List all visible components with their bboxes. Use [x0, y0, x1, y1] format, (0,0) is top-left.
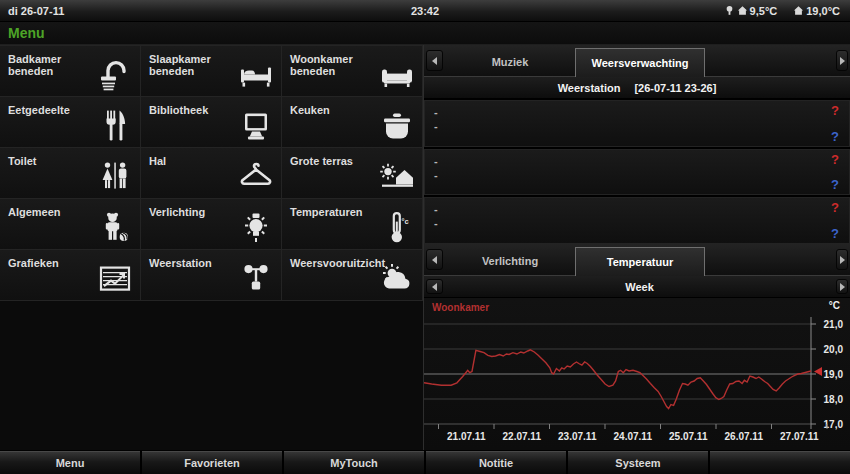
missing-data-mark: ?	[831, 152, 839, 167]
menu-item-verlichting[interactable]: Verlichting	[141, 199, 282, 250]
menu-pane: Badkamer benedenSlaapkamer benedenWoonka…	[0, 45, 424, 450]
forecast-value: -	[434, 169, 438, 181]
svg-text:25.07.11: 25.07.11	[669, 431, 708, 442]
svg-text:22.07.11: 22.07.11	[503, 431, 542, 442]
menu-item-keuken[interactable]: Keuken	[282, 97, 423, 148]
svg-text:20,0: 20,0	[824, 344, 844, 355]
touch-panel-screen: di 26-07-11 23:42 9,5°C19,0°C Menu Badka…	[0, 0, 850, 474]
menu-item-badkamer-beneden[interactable]: Badkamer beneden	[0, 46, 141, 97]
menu-item-slaapkamer-beneden[interactable]: Slaapkamer beneden	[141, 46, 282, 97]
menu-item-grote-terras[interactable]: Grote terras	[282, 148, 423, 199]
tab-weersverwachting[interactable]: Weersverwachting	[575, 48, 705, 77]
nav-systeem-button[interactable]: Systeem	[568, 451, 708, 474]
sofa-icon	[379, 57, 415, 93]
main-area: Badkamer benedenSlaapkamer benedenWoonka…	[0, 45, 850, 450]
menu-item-algemeen[interactable]: Algemeen	[0, 199, 141, 250]
svg-text:26.07.11: 26.07.11	[725, 431, 764, 442]
chevron-left-icon	[432, 256, 437, 264]
current-value-marker-icon	[814, 367, 822, 376]
menu-item-eetgedeelte[interactable]: Eetgedeelte	[0, 97, 141, 148]
widget-pane: MuziekWeersverwachting Weerstation [26-0…	[424, 45, 850, 450]
nav-menu-button[interactable]: Menu	[0, 451, 140, 474]
weather-forecast-rows: --??--??--??	[424, 99, 850, 244]
status-bar: di 26-07-11 23:42 9,5°C19,0°C	[0, 0, 850, 22]
tab-spacer	[705, 244, 834, 275]
svg-text:24.07.11: 24.07.11	[614, 431, 653, 442]
hanger-icon	[238, 159, 274, 195]
bed-icon	[238, 57, 274, 93]
forecast-value: -	[434, 106, 438, 118]
svg-text:°c: °c	[402, 217, 409, 226]
menu-item-label: Weersvooruitzicht	[290, 257, 376, 269]
menu-item-weerstation[interactable]: Weerstation	[141, 250, 282, 301]
menu-item-label: Slaapkamer beneden	[149, 53, 235, 77]
menu-item-woonkamer-beneden[interactable]: Woonkamer beneden	[282, 46, 423, 97]
forecast-row: --??	[424, 149, 850, 196]
title-bar: Menu	[0, 22, 850, 45]
computer-icon	[238, 108, 274, 144]
missing-data-mark: ?	[831, 129, 839, 144]
svg-text:18,0: 18,0	[824, 394, 844, 405]
nav-empty-slot	[710, 451, 850, 474]
menu-item-label: Hal	[149, 155, 235, 167]
menu-item-label: Grafieken	[8, 257, 94, 269]
weerstation-header-title: Weerstation	[558, 82, 621, 94]
menu-item-label: Algemeen	[8, 206, 94, 218]
thermometer-icon: °c	[379, 210, 415, 246]
tab-muziek[interactable]: Muziek	[445, 48, 575, 76]
weather-tabs-next-button[interactable]	[836, 50, 848, 71]
missing-data-mark: ?	[831, 103, 839, 118]
sun-cloud-icon	[379, 261, 415, 297]
graph-tabs-next-button[interactable]	[836, 249, 848, 270]
forecast-value: -	[434, 217, 438, 229]
graph-tabs-prev-button[interactable]	[426, 249, 443, 270]
weerstation-header: Weerstation [26-07-11 23-26]	[424, 77, 850, 99]
series-woonkamer	[424, 350, 811, 409]
forecast-value: -	[434, 203, 438, 215]
bottom-nav-bar: MenuFavorietenMyTouchNotitieSysteem	[0, 450, 850, 474]
missing-data-mark: ?	[831, 200, 839, 215]
menu-item-weersvooruitzicht[interactable]: Weersvooruitzicht	[282, 250, 423, 301]
anemometer-icon	[238, 261, 274, 297]
temperature-chart-svg: 21,020,019,018,017,021.07.1122.07.1123.0…	[424, 298, 849, 450]
svg-text:21.07.11: 21.07.11	[447, 431, 486, 442]
menu-item-bibliotheek[interactable]: Bibliotheek	[141, 97, 282, 148]
menu-item-temperaturen[interactable]: Temperaturen°c	[282, 199, 423, 250]
menu-item-label: Keuken	[290, 104, 376, 116]
menu-item-label: Verlichting	[149, 206, 235, 218]
period-selector-bar: Week	[424, 276, 850, 298]
teddy-ball-icon	[97, 210, 133, 246]
pot-icon	[379, 108, 415, 144]
chevron-left-icon	[432, 283, 437, 291]
forecast-row: --??	[424, 197, 850, 244]
shower-icon	[97, 57, 133, 93]
menu-item-label: Bibliotheek	[149, 104, 235, 116]
period-prev-button[interactable]	[426, 279, 443, 294]
forecast-value: -	[434, 120, 438, 132]
period-label: Week	[445, 276, 834, 297]
chevron-left-icon	[432, 57, 437, 65]
weather-tabs-prev-button[interactable]	[426, 50, 443, 71]
missing-data-mark: ?	[831, 226, 839, 241]
menu-item-label: Woonkamer beneden	[290, 53, 376, 77]
menu-item-label: Toilet	[8, 155, 94, 167]
nav-notitie-button[interactable]: Notitie	[426, 451, 566, 474]
nav-favorieten-button[interactable]: Favorieten	[142, 451, 282, 474]
tab-temperatuur[interactable]: Temperatuur	[575, 247, 705, 276]
chevron-right-icon	[840, 57, 845, 65]
svg-text:27.07.11: 27.07.11	[780, 431, 819, 442]
missing-data-mark: ?	[831, 177, 839, 192]
period-next-button[interactable]	[836, 279, 848, 294]
menu-item-grafieken[interactable]: Grafieken	[0, 250, 141, 301]
menu-item-label: Eetgedeelte	[8, 104, 94, 116]
cutlery-icon	[97, 108, 133, 144]
tab-verlichting[interactable]: Verlichting	[445, 247, 575, 275]
menu-item-label: Grote terras	[290, 155, 376, 167]
menu-item-hal[interactable]: Hal	[141, 148, 282, 199]
forecast-row: --??	[424, 100, 850, 147]
svg-text:19,0: 19,0	[824, 369, 844, 380]
terrace-sun-house-icon	[379, 159, 415, 195]
menu-item-toilet[interactable]: Toilet	[0, 148, 141, 199]
graph-icon	[97, 261, 133, 297]
nav-mytouch-button[interactable]: MyTouch	[284, 451, 424, 474]
